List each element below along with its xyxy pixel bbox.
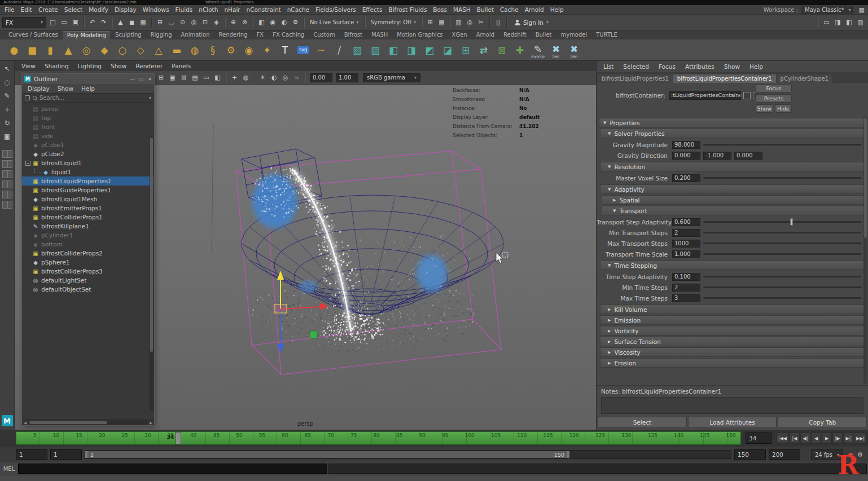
outliner-item-bifrostcolliderprops1[interactable]: ▣bifrostColliderProps1	[22, 213, 154, 222]
menu-display[interactable]: Display	[113, 6, 138, 13]
manipulator-plane-handle[interactable]	[310, 331, 317, 338]
section-solver-properties[interactable]: ▼Solver Properties	[600, 129, 866, 138]
layout-single-pane[interactable]	[2, 150, 12, 158]
input-connections-icon[interactable]: ⊕	[228, 17, 239, 28]
slider-gravity-magnitude[interactable]	[703, 144, 861, 145]
select-by-component-icon[interactable]: ▦	[138, 17, 148, 28]
outliner-item-pcube2[interactable]: ◆pCube2	[22, 149, 154, 158]
container-field[interactable]: :tLiquidPropertiesContainer1	[669, 91, 741, 100]
toggle-single-pane-icon[interactable]: ▭	[821, 17, 832, 28]
poly-pipe-icon[interactable]: ◍	[186, 41, 203, 60]
slider-min-transport-steps[interactable]	[703, 232, 861, 233]
menu-select[interactable]: Select	[63, 6, 84, 13]
connect-icon[interactable]: ◧	[385, 41, 402, 60]
outliner-item-bifrostliquid1mesh[interactable]: ◆bifrostLiquid1Mesh	[22, 195, 154, 204]
menu-fields-solvers[interactable]: Fields/Solvers	[314, 6, 357, 13]
ae-menu-list[interactable]: List	[602, 63, 615, 70]
toggle-attribute-editor-icon[interactable]: ◨	[832, 17, 843, 28]
section-transport[interactable]: ▼Transport	[602, 206, 866, 215]
shelf-tab-motion-graphics[interactable]: Motion Graphics	[393, 31, 446, 39]
outliner-item-bifrostemitterprops1[interactable]: ▣bifrostEmitterProps1	[22, 204, 154, 213]
ae-tab-bifrostliquidproperties1[interactable]: bifrostLiquidProperties1	[598, 74, 673, 83]
oversampling-icon[interactable]: ◍	[240, 72, 251, 83]
skeleton-shelf-icon-2[interactable]: ✖Skel	[565, 41, 582, 60]
outliner-item-front[interactable]: ▤front	[22, 122, 154, 131]
go-to-start-button[interactable]: |◀◀	[776, 433, 789, 444]
show-button[interactable]: Show	[756, 104, 773, 113]
panel-menu-shading[interactable]: Shading	[43, 63, 70, 69]
play-backwards-button[interactable]: ◀	[811, 433, 821, 444]
move-tool[interactable]: +	[2, 104, 13, 115]
save-scene-icon[interactable]: ▣	[70, 17, 81, 28]
minimize-icon[interactable]: —	[130, 77, 135, 82]
search-input[interactable]: Search...	[40, 95, 146, 101]
panel-menu-lighting[interactable]: Lighting	[77, 63, 103, 69]
outliner-menu-help[interactable]: Help	[80, 85, 96, 92]
field-transport-time-scale[interactable]: 1.000	[672, 250, 700, 258]
chevron-down-icon[interactable]: ▾	[149, 95, 151, 100]
section-surface-tension[interactable]: ▶Surface Tension	[600, 337, 866, 346]
myscript-shelf-icon[interactable]: ✎myscrip	[529, 41, 546, 60]
animation-start-field[interactable]: 1	[16, 449, 47, 460]
menu-help[interactable]: Help	[549, 6, 565, 13]
lighting-toggle-icon[interactable]: ☀	[257, 72, 268, 83]
focus-button[interactable]: Focus	[756, 84, 792, 92]
layout-four-pane[interactable]	[2, 160, 12, 168]
outliner-item-defaultlightset[interactable]: ◎defaultLightSet	[22, 276, 154, 285]
outliner-menu-show[interactable]: Show	[56, 85, 74, 92]
outliner-item-persp[interactable]: ▤persp	[22, 104, 154, 113]
undo-icon[interactable]: ↶	[87, 17, 98, 28]
menu-file[interactable]: File	[3, 6, 16, 13]
section-viscosity[interactable]: ▶Viscosity	[600, 347, 866, 357]
snap-to-point-icon[interactable]: ⊙	[177, 17, 188, 28]
render-current-frame-icon[interactable]: ◉	[268, 17, 278, 28]
redo-icon[interactable]: ↷	[98, 17, 109, 28]
poly-pyramid-icon[interactable]: △	[150, 41, 167, 60]
extrude-icon[interactable]: ⊞	[457, 41, 474, 60]
scale-tool[interactable]: ▣	[2, 131, 13, 142]
slider-max-time-steps[interactable]	[703, 297, 861, 299]
outliner-item-pcube1[interactable]: ◆pCube1	[22, 140, 154, 149]
slider-master-voxel-size[interactable]	[703, 177, 861, 179]
panel-menu-renderer[interactable]: Renderer	[134, 63, 164, 69]
outliner-item-liquid1[interactable]: ◆liquid1	[22, 167, 154, 176]
super-ellipse-icon[interactable]: ✦	[258, 41, 275, 60]
two-d-pan-zoom-icon[interactable]: +	[229, 72, 240, 83]
outliner-vertical-scrollbar[interactable]	[150, 136, 154, 411]
field-min-transport-steps[interactable]: 2	[672, 229, 700, 237]
poly-cylinder-icon[interactable]: ▮	[42, 41, 59, 60]
target-weld-icon[interactable]: ▨	[367, 41, 384, 60]
layout-two-pane-stacked[interactable]	[2, 170, 12, 178]
select-tool[interactable]: ↖	[2, 63, 13, 74]
copy-tab-button[interactable]: Copy Tab	[778, 417, 867, 428]
field-gravity-direction[interactable]: 0.000	[672, 152, 700, 160]
menu-boss[interactable]: Boss	[432, 6, 448, 13]
outliner-item-psphere1[interactable]: ◆pSphere1	[22, 258, 154, 267]
open-render-view-icon[interactable]: ◧	[256, 17, 267, 28]
scroll-right-icon[interactable]: ▶	[148, 420, 154, 426]
smooth-mesh-icon[interactable]: ✚	[511, 41, 528, 60]
shelf-tab-arnold[interactable]: Arnold	[472, 31, 498, 39]
hide-button[interactable]: Hide	[775, 104, 792, 113]
shelf-tab-bullet[interactable]: Bullet	[532, 31, 556, 39]
menu-create[interactable]: Create	[37, 6, 59, 13]
step-back-key-button[interactable]: |◀	[790, 433, 800, 444]
play-forwards-button[interactable]: ▶	[822, 433, 832, 444]
ae-tab-bifrostliquidpropertiescontainer1[interactable]: bifrostLiquidPropertiesContainer1	[673, 74, 776, 83]
outliner-item-bifrostcolliderprops3[interactable]: ▣bifrostColliderProps3	[22, 267, 154, 276]
outliner-item-bifrostliquid1[interactable]: −▣bifrostLiquid1	[22, 158, 154, 167]
image-plane-icon[interactable]: ◧	[212, 72, 223, 83]
shelf-tab-sculpting[interactable]: Sculpting	[111, 31, 146, 39]
lasso-select-tool[interactable]: ◌	[2, 77, 13, 88]
view-transform-selector[interactable]: sRGB gamma▾	[363, 73, 420, 82]
panel-menu-view[interactable]: View	[20, 63, 37, 69]
section-erosion[interactable]: ▶Erosion	[600, 358, 866, 368]
bookmarks-icon[interactable]: ▭	[201, 72, 212, 83]
load-attributes-button[interactable]: Load Attributes	[688, 417, 777, 428]
section-vorticity[interactable]: ▶Vorticity	[600, 326, 866, 336]
menu-ncache[interactable]: nCache	[286, 6, 310, 13]
field-gravity-direction[interactable]: 0.000	[734, 152, 762, 160]
presets-button[interactable]: Presets	[756, 94, 792, 103]
outliner-item-bottom[interactable]: ◆bottom	[22, 240, 154, 249]
poly-soccer-ball-icon[interactable]: ◉	[240, 41, 257, 60]
